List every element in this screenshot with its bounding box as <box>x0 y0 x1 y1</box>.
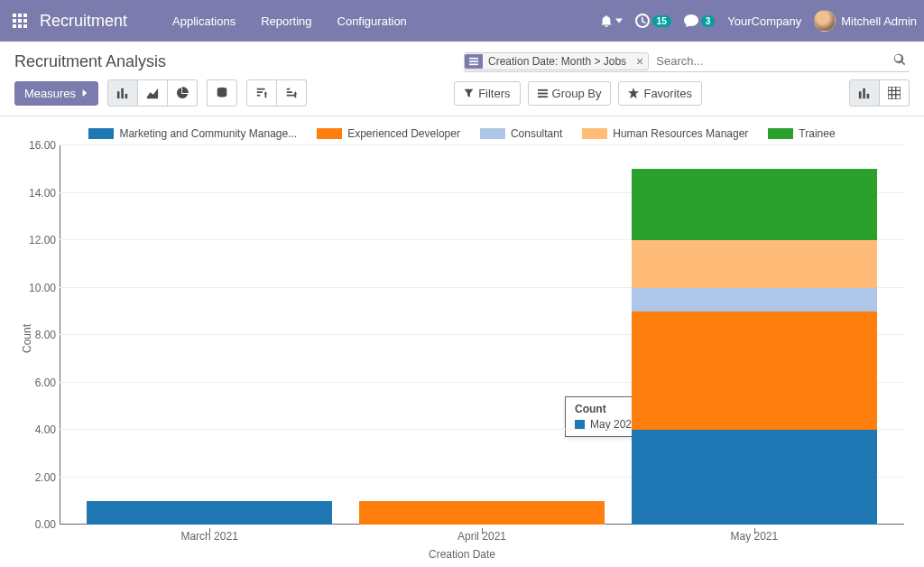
messages-badge: 3 <box>701 15 716 27</box>
company-switcher[interactable]: YourCompany <box>727 14 801 28</box>
bar-segment[interactable] <box>359 501 604 525</box>
y-tick-label: 16.00 <box>20 139 56 152</box>
legend-item[interactable]: Experienced Developer <box>317 127 460 140</box>
legend-swatch <box>582 128 607 139</box>
activities-tray[interactable]: 15 <box>635 14 671 28</box>
favorites-button[interactable]: Favorites <box>618 81 701 106</box>
caret-right-icon <box>81 89 88 97</box>
control-panel: Recruitment Analysis Creation Date: Mont… <box>0 42 924 116</box>
app-brand[interactable]: Recruitment <box>40 12 127 31</box>
svg-rect-18 <box>538 96 548 98</box>
svg-rect-22 <box>888 87 901 99</box>
sort-desc-button[interactable] <box>246 79 277 107</box>
bar-stack[interactable] <box>632 169 876 525</box>
messaging-tray[interactable]: 3 <box>684 14 716 28</box>
x-tick-label: April 2021 <box>359 530 604 543</box>
chart-area: Marketing and Community Manage... Experi… <box>0 116 924 561</box>
svg-rect-14 <box>125 94 128 98</box>
svg-rect-9 <box>469 57 478 59</box>
bar-segment[interactable] <box>632 240 876 288</box>
systray: 15 3 YourCompany Mitchell Admin <box>600 10 917 32</box>
pie-chart-button[interactable] <box>168 79 198 107</box>
pivot-view-button[interactable] <box>880 79 910 107</box>
legend-swatch <box>768 128 793 139</box>
svg-rect-21 <box>867 94 870 98</box>
sort-asc-button[interactable] <box>277 79 307 107</box>
apps-icon[interactable] <box>7 8 32 33</box>
clock-icon <box>635 14 650 28</box>
svg-rect-13 <box>121 88 124 98</box>
svg-rect-11 <box>469 63 478 65</box>
legend-swatch <box>88 128 114 139</box>
bar-stack[interactable] <box>359 501 604 525</box>
svg-rect-3 <box>13 19 16 23</box>
page-title: Recruitment Analysis <box>14 52 166 71</box>
chart-type-group <box>107 79 198 107</box>
stack-group <box>207 79 237 107</box>
bar-stack[interactable] <box>87 501 331 525</box>
bar-segment[interactable] <box>632 288 876 311</box>
filters-button[interactable]: Filters <box>454 81 520 106</box>
legend-item[interactable]: Consultant <box>480 127 562 140</box>
facet-remove-icon[interactable]: × <box>632 55 648 68</box>
user-menu[interactable]: Mitchell Admin <box>814 10 917 32</box>
bell-icon <box>600 14 613 27</box>
bar-segment[interactable] <box>632 311 876 430</box>
svg-rect-6 <box>13 24 16 28</box>
svg-rect-12 <box>117 91 120 98</box>
user-name: Mitchell Admin <box>841 14 917 28</box>
menu-applications[interactable]: Applications <box>163 9 245 33</box>
y-tick-label: 14.00 <box>20 187 56 200</box>
svg-rect-17 <box>538 92 548 94</box>
y-tick-label: 2.00 <box>20 471 56 484</box>
x-tick-label: March 2021 <box>87 530 331 543</box>
y-tick-label: 12.00 <box>20 234 56 246</box>
svg-rect-1 <box>18 14 22 17</box>
x-axis-title: Creation Date <box>5 544 919 561</box>
search-input[interactable] <box>652 51 890 71</box>
y-tick-label: 8.00 <box>20 329 56 341</box>
chart-legend: Marketing and Community Manage... Experi… <box>5 124 919 145</box>
funnel-icon <box>464 88 474 98</box>
legend-item[interactable]: Trainee <box>768 127 835 140</box>
view-switcher <box>849 79 910 107</box>
legend-item[interactable]: Marketing and Community Manage... <box>88 127 297 140</box>
svg-rect-19 <box>859 91 862 98</box>
search-facet-groupby: Creation Date: Month > Jobs × <box>464 52 649 70</box>
top-nav: Recruitment Applications Reporting Confi… <box>0 0 924 42</box>
caret-down-icon <box>615 17 623 24</box>
bar-segment[interactable] <box>632 430 876 525</box>
svg-rect-10 <box>469 60 478 62</box>
y-tick-label: 4.00 <box>20 423 56 436</box>
bar-segment[interactable] <box>632 169 876 240</box>
bar-chart-button[interactable] <box>107 79 138 107</box>
svg-rect-0 <box>13 14 16 17</box>
svg-rect-8 <box>23 24 27 28</box>
measures-button[interactable]: Measures <box>14 81 98 106</box>
menu-reporting[interactable]: Reporting <box>252 9 320 33</box>
svg-rect-5 <box>23 19 27 23</box>
main-menus: Applications Reporting Configuration <box>163 9 416 33</box>
svg-rect-7 <box>18 24 22 28</box>
search-bar[interactable]: Creation Date: Month > Jobs × <box>464 51 910 72</box>
bar-segment[interactable] <box>87 501 331 525</box>
avatar <box>814 10 836 32</box>
line-chart-button[interactable] <box>138 79 168 107</box>
chat-icon <box>684 14 698 28</box>
tooltip-swatch <box>575 420 585 430</box>
list-icon <box>538 88 548 98</box>
activities-badge: 15 <box>652 15 671 27</box>
sort-group <box>246 79 307 107</box>
stacked-button[interactable] <box>207 79 237 107</box>
notifications-dropdown[interactable] <box>600 14 623 27</box>
search-icon[interactable] <box>890 51 910 70</box>
graph-view-button[interactable] <box>849 79 880 107</box>
menu-configuration[interactable]: Configuration <box>328 9 416 33</box>
chart-plot: Count May 2021/Marketing and Community M… <box>60 145 904 525</box>
legend-item[interactable]: Human Resources Manager <box>582 127 748 140</box>
groupby-button[interactable]: Group By <box>528 81 612 106</box>
svg-rect-4 <box>18 19 22 23</box>
y-tick-label: 6.00 <box>20 376 56 389</box>
legend-swatch <box>480 128 505 139</box>
svg-rect-2 <box>23 14 27 17</box>
